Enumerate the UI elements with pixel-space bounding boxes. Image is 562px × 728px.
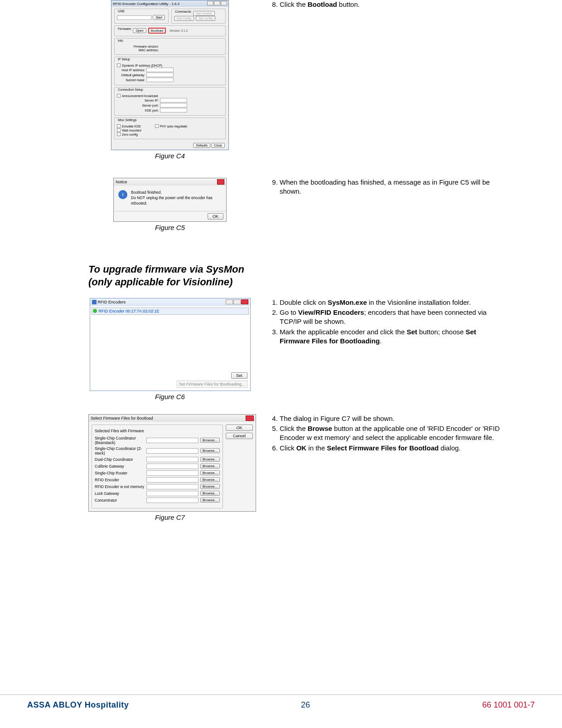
close-icon[interactable] [217, 179, 224, 185]
set-config-button[interactable]: Set config [196, 16, 215, 21]
file-row-label: Single-Chip Router [95, 471, 145, 475]
group-title: Selected Files with Firmware [95, 429, 220, 433]
emulate-label: Emulate KDE [122, 125, 141, 128]
config-window: RFID Encoder Configuration Utility - 1.6… [111, 0, 229, 150]
set-menu-item[interactable]: Set Firmware Files for Bootloading... [177, 381, 247, 388]
dhcp-checkbox[interactable] [117, 64, 121, 67]
ok-button[interactable]: OK [226, 425, 253, 431]
page-footer: ASSA ABLOY Hospitality 26 66 1001 001-7 [0, 694, 562, 710]
serverport-input[interactable] [160, 103, 187, 107]
figure-c6-caption: Figure C6 [88, 393, 252, 401]
cancel-button[interactable]: Cancel [226, 433, 253, 439]
file-row: Single-Chip Coordinator (Z-stack)Browse.… [95, 446, 220, 455]
browse-button[interactable]: Browse... [200, 491, 220, 496]
zero-label: Zero config [122, 133, 138, 136]
footer-page: 26 [301, 700, 310, 710]
start-button[interactable]: Start [153, 15, 165, 20]
select-files-dialog: Select Firmware Files for Bootload Selec… [88, 414, 256, 512]
encoder-item-label: RFID Encoder 00:17:7A:02:02:1E [99, 309, 160, 313]
file-path-input[interactable] [146, 470, 199, 476]
step-3: Mark the applicable encoder and click th… [280, 327, 508, 346]
open-button[interactable]: Open [133, 28, 146, 33]
notice-line1: Bootload finished. [131, 190, 222, 195]
subnet-input[interactable] [146, 78, 174, 82]
figure-c7-container: Select Firmware Files for Bootload Selec… [88, 414, 252, 521]
file-row: Lock GatewayBrowse... [95, 491, 220, 496]
file-row-label: Lock Gateway [95, 491, 145, 496]
browse-button[interactable]: Browse... [200, 484, 220, 489]
footer-brand: ASSA ABLOY Hospitality [27, 700, 129, 710]
kdeport-input[interactable] [160, 108, 187, 112]
ok-button[interactable]: OK [208, 213, 223, 220]
phy-checkbox[interactable] [155, 124, 159, 128]
gateway-input[interactable] [146, 73, 174, 77]
file-path-input[interactable] [146, 498, 199, 503]
encoders-window: RFID Encoders RFID Encoder 00:17:7A:02:0… [90, 298, 251, 391]
close-icon[interactable] [246, 415, 254, 421]
encoders-title: RFID Encoders [98, 300, 126, 304]
set-button[interactable]: Set [231, 372, 247, 379]
dialog-title: Select Firmware Files for Bootload [91, 416, 153, 420]
file-path-input[interactable] [146, 438, 199, 443]
get-version-button[interactable]: Get version [193, 11, 215, 16]
file-row-label: Single-Chip Coordinator (Z-stack) [95, 446, 145, 455]
usb-select[interactable] [117, 15, 151, 20]
file-row: Single-Chip RouterBrowse... [95, 470, 220, 476]
hostip-input[interactable] [146, 68, 174, 72]
emulate-checkbox[interactable] [117, 124, 121, 128]
browse-button[interactable]: Browse... [200, 477, 220, 482]
get-config-button[interactable]: Get config [174, 16, 194, 21]
step-2: Go to View/RFID Encoders; encoders that … [280, 308, 508, 327]
file-path-input[interactable] [146, 477, 199, 483]
file-row-label: RFID Encoder w ext memory [95, 484, 145, 489]
usb-group-label: USB [117, 10, 125, 13]
serverport-label: Server port: [117, 104, 160, 107]
browse-button[interactable]: Browse... [200, 457, 220, 462]
bootload-button[interactable]: Bootload [148, 28, 166, 34]
step-1: Double click on SysMon.exe in the Vision… [280, 298, 508, 307]
connsetup-group-label: Connection Setup [117, 88, 144, 91]
defaults-button[interactable]: Defaults [193, 143, 210, 148]
step-8: Click the Bootload button. [280, 0, 508, 9]
wall-checkbox[interactable] [117, 128, 121, 132]
mac-label: MAC address: [117, 49, 160, 52]
dhcp-label: Dynamic IP address (DHCP) [122, 64, 162, 67]
fw-version-static: Version 3.1.2 [170, 29, 188, 32]
file-row: ConcentratorBrowse... [95, 498, 220, 503]
serverip-input[interactable] [160, 98, 187, 103]
window-title: RFID Encoder Configuration Utility - 1.6… [113, 2, 179, 6]
window-controls[interactable] [207, 1, 227, 6]
browse-button[interactable]: Browse... [200, 448, 220, 453]
zero-checkbox[interactable] [117, 132, 121, 136]
close-button[interactable]: Close [211, 143, 225, 148]
step-4: The dialog in Figure C7 will be shown. [280, 414, 508, 423]
file-path-input[interactable] [146, 457, 199, 462]
kdeport-label: KDE port: [117, 109, 160, 112]
section-title: To upgrade firmware via SysMon (only app… [88, 263, 508, 289]
announce-checkbox[interactable] [117, 94, 121, 98]
file-row-label: Single-Chip Coordinator (Beanstack) [95, 436, 145, 445]
browse-button[interactable]: Browse... [200, 470, 220, 475]
file-row-label: Colibrie Gateway [95, 464, 145, 469]
subnet-label: Subnet mask: [117, 78, 146, 82]
step-9: When the bootloading has finished, a mes… [280, 178, 508, 196]
browse-button[interactable]: Browse... [200, 438, 220, 443]
file-path-input[interactable] [146, 484, 199, 489]
misc-group-label: Misc Settings [117, 118, 138, 122]
file-path-input[interactable] [146, 448, 199, 454]
window-controls[interactable] [225, 299, 248, 305]
file-path-input[interactable] [146, 491, 199, 496]
step-5: Click the Browse button at the applicabl… [280, 424, 508, 443]
gateway-label: Default gateway: [117, 73, 146, 77]
file-row: RFID EncoderBrowse... [95, 477, 220, 483]
figure-c5-container: Notice i Bootload finished. Do NOT unplu… [88, 178, 252, 231]
figure-c4-caption: Figure C4 [88, 152, 252, 160]
file-path-input[interactable] [146, 464, 199, 469]
notice-line2: Do NOT unplug the power until the encode… [131, 195, 222, 206]
footer-doc: 66 1001 001-7 [482, 700, 535, 710]
browse-button[interactable]: Browse... [200, 464, 220, 469]
figure-c7-caption: Figure C7 [88, 513, 252, 521]
list-item[interactable]: RFID Encoder 00:17:7A:02:02:1E [92, 308, 249, 315]
browse-button[interactable]: Browse... [200, 498, 220, 503]
info-group-label: Info [117, 39, 124, 42]
